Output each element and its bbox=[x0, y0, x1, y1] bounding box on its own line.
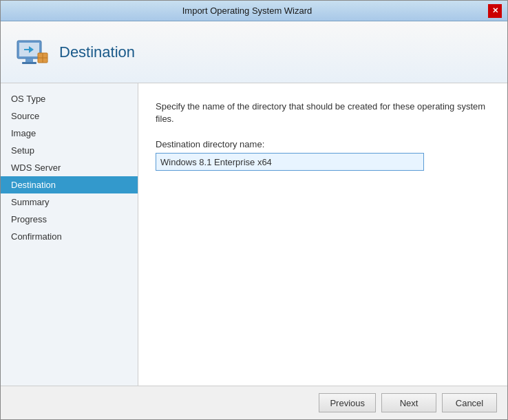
window-title: Import Operating System Wizard bbox=[6, 6, 488, 16]
sidebar-item-setup[interactable]: Setup bbox=[1, 142, 138, 159]
svg-rect-2 bbox=[25, 59, 33, 62]
footer: Previous Next Cancel bbox=[1, 386, 507, 419]
wizard-window: Import Operating System Wizard ✕ Destina… bbox=[0, 0, 508, 420]
sidebar: OS Type Source Image Setup WDS Server De… bbox=[1, 83, 138, 386]
description-text: Specify the name of the directory that s… bbox=[156, 101, 490, 125]
sidebar-item-summary[interactable]: Summary bbox=[1, 193, 138, 211]
sidebar-item-ostype[interactable]: OS Type bbox=[1, 90, 138, 107]
destination-directory-input[interactable] bbox=[156, 153, 424, 171]
computer-import-icon bbox=[14, 35, 49, 70]
title-bar: Import Operating System Wizard ✕ bbox=[1, 1, 507, 21]
sidebar-item-progress[interactable]: Progress bbox=[1, 211, 138, 228]
wizard-header: Destination bbox=[1, 21, 507, 83]
sidebar-item-destination[interactable]: Destination bbox=[1, 176, 138, 193]
field-label: Destination directory name: bbox=[156, 139, 490, 149]
page-title: Destination bbox=[59, 43, 135, 61]
next-button[interactable]: Next bbox=[381, 393, 436, 412]
svg-rect-3 bbox=[22, 62, 36, 64]
sidebar-item-source[interactable]: Source bbox=[1, 107, 138, 125]
cancel-button[interactable]: Cancel bbox=[442, 393, 497, 412]
main-panel: Specify the name of the directory that s… bbox=[138, 83, 507, 386]
previous-button[interactable]: Previous bbox=[319, 393, 376, 412]
sidebar-item-wdsserver[interactable]: WDS Server bbox=[1, 159, 138, 176]
close-button[interactable]: ✕ bbox=[488, 4, 502, 18]
sidebar-item-image[interactable]: Image bbox=[1, 125, 138, 142]
content-area: OS Type Source Image Setup WDS Server De… bbox=[1, 83, 507, 386]
sidebar-item-confirmation[interactable]: Confirmation bbox=[1, 228, 138, 245]
